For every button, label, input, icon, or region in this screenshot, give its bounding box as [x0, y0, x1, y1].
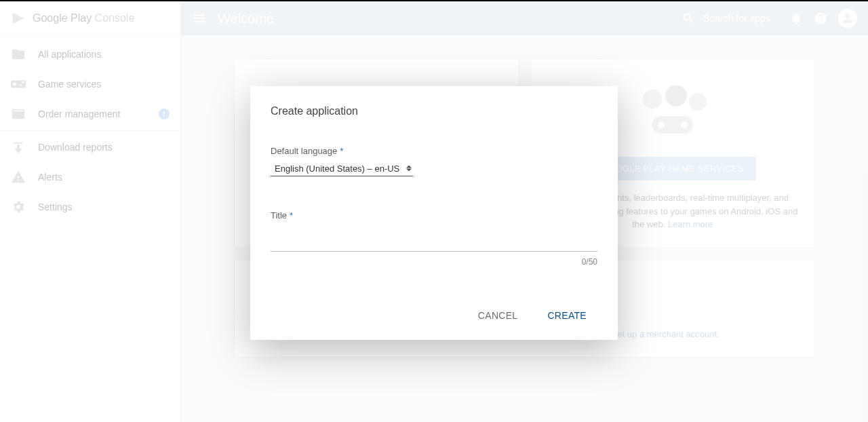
- sort-caret-icon: [406, 166, 412, 172]
- char-count: 0/50: [271, 257, 597, 267]
- default-language-field: Default language* English (United States…: [271, 145, 597, 176]
- create-button[interactable]: CREATE: [540, 305, 593, 326]
- cancel-button[interactable]: CANCEL: [471, 305, 525, 326]
- label-text: Default language: [271, 146, 337, 156]
- required-mark: *: [290, 210, 293, 220]
- modal-title: Create application: [271, 105, 597, 117]
- create-application-modal: Create application Default language* Eng…: [250, 86, 618, 340]
- required-mark: *: [340, 146, 343, 156]
- default-language-select[interactable]: English (United States) – en-US: [271, 161, 413, 176]
- select-value: English (United States) – en-US: [275, 164, 399, 174]
- title-field: Title* 0/50: [271, 209, 597, 267]
- title-input[interactable]: [271, 235, 597, 252]
- modal-actions: CANCEL CREATE: [271, 305, 597, 326]
- default-language-label: Default language*: [271, 146, 343, 156]
- label-text: Title: [271, 210, 287, 220]
- title-label: Title*: [271, 210, 293, 220]
